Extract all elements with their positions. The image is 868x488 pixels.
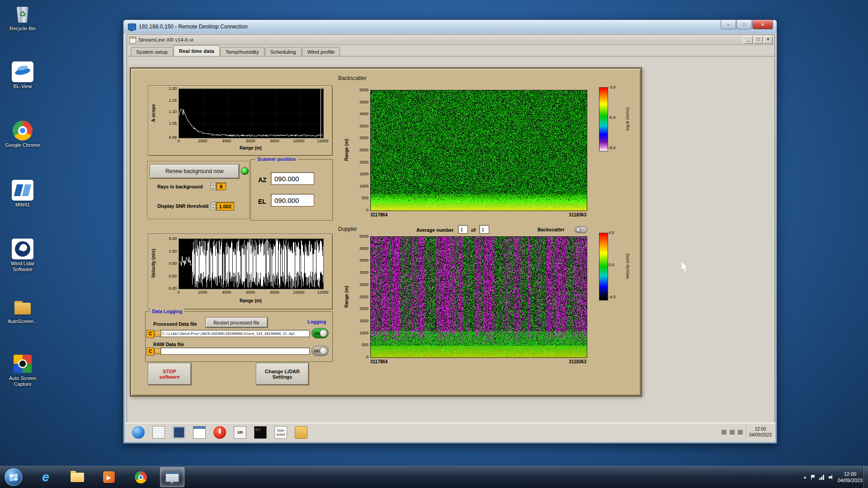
el-value-field[interactable]: 090.000 bbox=[271, 194, 314, 206]
ie-taskbar-icon[interactable]: e bbox=[33, 467, 58, 487]
remote-clock-date: 04/09/2023 bbox=[749, 432, 772, 438]
az-label: AZ bbox=[258, 176, 267, 183]
doppler-heatmap: Range (m) 3117864 3118363 50004500400035… bbox=[336, 231, 597, 369]
raw-drive-button[interactable]: C bbox=[146, 347, 154, 356]
ascope-x-axis-label: Range (m) bbox=[179, 145, 323, 150]
axis-tick: 6000 bbox=[241, 139, 261, 143]
logging-label: Logging bbox=[307, 319, 326, 324]
tab-system-setup[interactable]: System setup bbox=[131, 47, 173, 56]
axis-tick: 0 bbox=[169, 139, 189, 143]
volume-icon[interactable] bbox=[829, 475, 834, 480]
front-panel: A-scope Range (m) 1.201.151.101.050.9902… bbox=[130, 67, 642, 397]
axis-tick: 2000 bbox=[193, 139, 212, 143]
processed-drive-button[interactable]: C bbox=[146, 330, 154, 338]
scan-sched-icon[interactable]: Scan sched bbox=[274, 426, 287, 439]
processed-browse-icon[interactable] bbox=[154, 331, 161, 337]
snr-value[interactable]: 1.002 bbox=[216, 202, 234, 211]
rdp-titlebar[interactable]: 192.168.0.150 - Remote Desktop Connectio… bbox=[123, 20, 777, 33]
axis-tick: 1.05 bbox=[160, 121, 177, 126]
app-titlebar[interactable]: StreamLine XR v14-6.vi _ □ ✕ bbox=[127, 35, 774, 45]
maximize-button[interactable]: □ bbox=[736, 20, 752, 29]
renew-background-button[interactable]: Renew background now bbox=[150, 164, 239, 178]
terminal-icon[interactable]: C:\ bbox=[254, 426, 267, 439]
snr-spinner[interactable]: ▴▾ bbox=[211, 202, 216, 211]
desktop-icon-wind-lidar[interactable]: Wind Lidar Software bbox=[2, 239, 43, 272]
restart-processed-file-button[interactable]: Restart processed file bbox=[205, 317, 268, 328]
ie-icon[interactable] bbox=[132, 426, 145, 439]
axis-tick: 0 bbox=[169, 290, 189, 295]
scanner-group-title: Scanner position bbox=[255, 156, 297, 162]
axis-tick: 500 bbox=[350, 196, 368, 200]
desktop-icon-google-chrome[interactable]: Google Chrome bbox=[2, 120, 43, 148]
remote-clock-time: 12:00 bbox=[749, 426, 772, 432]
app-minimize-button[interactable]: _ bbox=[744, 36, 753, 44]
start-button[interactable] bbox=[5, 468, 23, 486]
raw-browse-icon[interactable] bbox=[154, 348, 161, 354]
monitor-icon[interactable] bbox=[173, 426, 185, 439]
remote-tray-icon[interactable] bbox=[722, 430, 726, 435]
tab-real-time-data[interactable]: Real time data bbox=[174, 45, 220, 56]
tab-temp-humidity[interactable]: Temp/humidity bbox=[220, 47, 264, 56]
axis-tick: 5000 bbox=[350, 88, 368, 92]
minimize-button[interactable]: – bbox=[721, 20, 736, 29]
axis-tick: -4.0 bbox=[609, 295, 622, 299]
clock-date: 04/09/2023 bbox=[838, 477, 863, 483]
velocity-chart: Velocity (m/s) Range (m) 5.002.500.00-2.… bbox=[148, 234, 333, 310]
axis-tick: 2500 bbox=[350, 295, 368, 299]
processed-data-file-label: Processed Data file bbox=[153, 321, 197, 327]
document-icon[interactable] bbox=[152, 426, 165, 439]
axis-tick: 4000 bbox=[350, 112, 368, 116]
backscatter-x-end: 3118363 bbox=[550, 212, 586, 217]
app-restore-button[interactable]: □ bbox=[754, 36, 763, 44]
media-player-taskbar-icon[interactable]: ▶ bbox=[97, 467, 121, 487]
desktop-icon-mw41[interactable]: MW41 bbox=[2, 180, 43, 208]
change-lidar-settings-button[interactable]: Change LiDAR Settings bbox=[256, 363, 309, 385]
on-label: ON bbox=[314, 331, 320, 336]
axis-tick: 12000 bbox=[313, 290, 333, 295]
rdp-window: 192.168.0.150 - Remote Desktop Connectio… bbox=[123, 19, 777, 444]
desktop-icon-bl-view[interactable]: BL-View bbox=[2, 61, 43, 89]
show-desktop-button[interactable] bbox=[863, 466, 868, 488]
desktop-icon-autoscreen-folder[interactable]: AutoScreen... bbox=[2, 296, 43, 324]
explorer-taskbar-icon[interactable] bbox=[65, 467, 90, 487]
network-icon[interactable] bbox=[819, 475, 825, 480]
desktop-icon-auto-screen-capture[interactable]: Auto Screen Capture bbox=[2, 353, 43, 387]
rdp-taskbar-icon[interactable] bbox=[160, 467, 184, 487]
processed-logging-toggle[interactable]: ON bbox=[311, 328, 329, 338]
desktop-icon-recycle-bin[interactable]: Recycle Bin bbox=[2, 4, 43, 32]
taskbar-clock[interactable]: 12:00 04/09/2023 bbox=[838, 471, 863, 483]
backscatter-section-title: Backscatter bbox=[338, 75, 367, 81]
desktop-icon-label: Recycle Bin bbox=[2, 26, 43, 32]
rays-value[interactable]: 8 bbox=[216, 183, 226, 190]
axis-tick: 4000 bbox=[217, 290, 236, 295]
axis-tick: 2500 bbox=[350, 148, 368, 152]
remote-tray-icon[interactable] bbox=[730, 430, 735, 435]
tab-wind-profile[interactable]: Wind profile bbox=[302, 47, 340, 56]
raw-path-field[interactable] bbox=[160, 347, 310, 355]
xr-app-icon[interactable]: XR bbox=[234, 426, 246, 439]
axis-tick: 4500 bbox=[350, 246, 368, 251]
close-button[interactable]: ✕ bbox=[752, 20, 773, 29]
ascope-y-axis-label: A-scope bbox=[150, 89, 156, 137]
tab-scheduling[interactable]: Scheduling bbox=[265, 47, 302, 56]
tray-expand-icon[interactable]: ▲ bbox=[803, 475, 807, 479]
processed-path-field[interactable]: C:\Lidar\Data\Proc\2023\202309\20230904\… bbox=[160, 330, 310, 337]
raw-logging-toggle[interactable]: OFF bbox=[311, 346, 329, 356]
backscatter-y-axis-label: Range (m) bbox=[343, 90, 349, 210]
backscatter-heatmap: Range (m) 3117864 3118363 50004500400035… bbox=[336, 84, 597, 221]
toggle-knob bbox=[320, 329, 327, 337]
axis-tick: -8.0 bbox=[609, 145, 622, 150]
power-icon[interactable] bbox=[213, 426, 226, 439]
chrome-taskbar-icon[interactable] bbox=[128, 467, 153, 487]
rays-spinner[interactable]: ▴▾ bbox=[211, 183, 216, 190]
doppler-x-end: 3118363 bbox=[550, 359, 586, 364]
image-viewer-icon[interactable] bbox=[193, 426, 206, 439]
app-close-button[interactable]: ✕ bbox=[764, 36, 773, 44]
snr-label: Display SNR threshold bbox=[157, 203, 208, 209]
folder-icon[interactable] bbox=[295, 426, 307, 439]
action-center-icon[interactable] bbox=[811, 475, 815, 480]
remote-clock[interactable]: 12:00 04/09/2023 bbox=[746, 424, 772, 440]
az-value-field[interactable]: 090.000 bbox=[271, 172, 314, 185]
stop-software-button[interactable]: STOP software bbox=[148, 363, 191, 385]
remote-tray-icon[interactable] bbox=[738, 430, 743, 435]
